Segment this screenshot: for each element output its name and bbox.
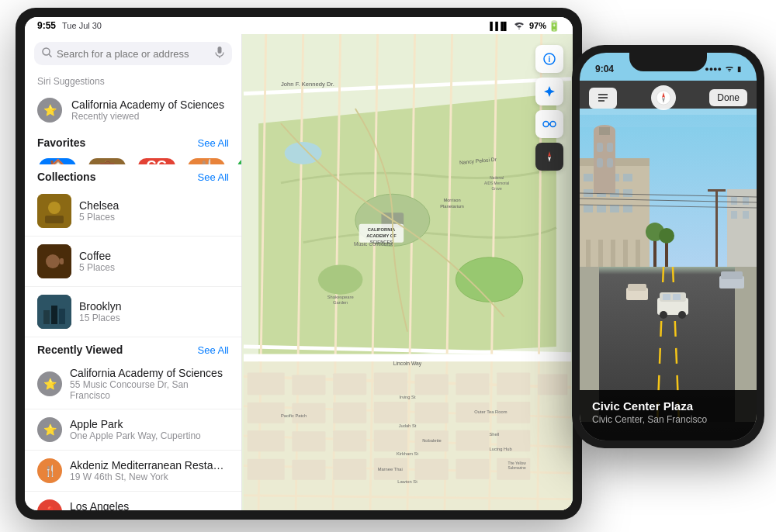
chelsea-count: 5 Places (79, 212, 119, 223)
svg-rect-119 (584, 205, 593, 212)
rv-apple-icon: ⭐ (37, 417, 62, 442)
iphone-time: 9:04 (595, 64, 614, 74)
svg-rect-163 (628, 284, 646, 291)
svg-rect-161 (721, 271, 743, 279)
svg-rect-80 (456, 459, 489, 479)
collections-header: Collections See All (25, 164, 241, 186)
collection-brooklyn[interactable]: Brooklyn 15 Places (25, 287, 241, 337)
coffee-info: Coffee 5 Places (79, 250, 115, 273)
iphone-compass[interactable] (651, 85, 676, 110)
rv-item-cas[interactable]: ⭐ California Academy of Sciences 55 Musi… (25, 359, 241, 409)
sidebar: Siri Suggestions ⭐ California Academy of… (25, 34, 242, 510)
svg-rect-71 (374, 430, 407, 451)
collection-coffee[interactable]: Coffee 5 Places (25, 237, 241, 287)
svg-text:Lawton St: Lawton St (397, 479, 417, 484)
ce-fav-icon: 📍 (237, 158, 241, 164)
ipad-time: 9:55 (37, 20, 56, 31)
svg-rect-73 (456, 430, 489, 451)
iphone-notch (629, 53, 707, 71)
svg-rect-75 (248, 459, 285, 480)
iphone-toolbar: Done (580, 81, 757, 115)
svg-text:Morrison: Morrison (443, 198, 460, 202)
favorites-row: 🏠 Home Close by 💼 Work 9 min CG CG (25, 152, 241, 164)
rv-la-name: Los Angeles (70, 500, 229, 510)
cg-fav-icon: CG (138, 158, 175, 164)
svg-text:Outer Tea Room: Outer Tea Room (474, 409, 507, 414)
iphone-screen: 9:04 ●●●● ▮ (580, 53, 757, 440)
svg-rect-9 (60, 258, 64, 264)
rv-cas-address: 55 Music Concourse Dr, San Francisco (70, 379, 229, 401)
iphone-device: 9:04 ●●●● ▮ (572, 45, 764, 448)
svg-line-1 (49, 54, 52, 57)
search-bar[interactable] (34, 42, 232, 65)
svg-rect-65 (415, 402, 449, 423)
search-input[interactable] (57, 48, 210, 60)
iphone-wifi-icon (725, 65, 734, 74)
siri-suggestion-text: California Academy of Sciences Recently … (71, 98, 224, 122)
chelsea-name: Chelsea (79, 199, 119, 212)
svg-rect-55 (333, 373, 366, 395)
map-svg: Music Concourse Morrison Planetarium CAL… (242, 34, 573, 510)
svg-point-153 (660, 311, 667, 319)
svg-point-44 (456, 257, 522, 302)
svg-text:Lincoln Way: Lincoln Way (393, 361, 422, 367)
svg-rect-137 (743, 197, 749, 205)
svg-rect-138 (731, 211, 737, 219)
svg-rect-58 (456, 373, 489, 395)
collection-chelsea[interactable]: Chelsea 5 Places (25, 186, 241, 237)
svg-rect-63 (333, 402, 366, 423)
svg-rect-59 (497, 373, 530, 396)
rv-apple-name: Apple Park (70, 418, 229, 430)
location-button[interactable] (535, 78, 563, 105)
svg-text:AIDS Memorial: AIDS Memorial (484, 181, 509, 185)
svg-text:Lucing Hub: Lucing Hub (490, 447, 512, 451)
svg-rect-61 (248, 402, 285, 423)
info-button[interactable]: i (535, 45, 563, 73)
svg-rect-142 (665, 240, 668, 267)
compass-button[interactable] (535, 143, 563, 171)
svg-rect-158 (715, 189, 718, 267)
svg-rect-11 (43, 310, 50, 324)
rv-item-la[interactable]: 📍 Los Angeles United States (25, 492, 241, 510)
back-to-maps-button[interactable] (589, 88, 617, 109)
svg-rect-64 (374, 402, 407, 423)
svg-text:Marnee Thai: Marnee Thai (378, 467, 403, 472)
svg-text:Kirkham St: Kirkham St (397, 451, 419, 456)
rv-item-apple[interactable]: ⭐ Apple Park One Apple Park Way, Cuperti… (25, 409, 241, 451)
svg-point-154 (678, 311, 686, 319)
rv-akdeniz-name: Akdeniz Mediterranean Restaur... (70, 459, 225, 472)
done-button[interactable]: Done (709, 89, 747, 106)
search-icon (42, 47, 52, 60)
map-area[interactable]: Music Concourse Morrison Planetarium CAL… (242, 34, 573, 510)
siri-suggestion-icon: ⭐ (37, 98, 62, 123)
brooklyn-thumb (37, 295, 71, 329)
favorites-title: Favorites (37, 136, 85, 149)
iphone-info-bar: Civic Center Plaza Civic Center, San Fra… (580, 390, 757, 440)
svg-rect-68 (248, 430, 285, 451)
wifi-icon (514, 21, 525, 31)
svg-point-97 (550, 122, 556, 127)
signal-icon: ▐▐▐▌ (487, 22, 509, 30)
rv-la-icon: 📍 (37, 499, 62, 510)
svg-rect-79 (415, 459, 449, 480)
ipad-status-bar: 9:55 Tue Jul 30 ▐▐▐▌ 97% 🔋 (25, 17, 573, 34)
collections-see-all[interactable]: See All (198, 171, 229, 183)
svg-rect-151 (663, 294, 670, 300)
rv-see-all[interactable]: See All (198, 344, 229, 356)
ipad-content: Siri Suggestions ⭐ California Academy of… (25, 34, 573, 510)
siri-suggestion-item[interactable]: ⭐ California Academy of Sciences Recentl… (25, 90, 241, 130)
svg-text:The Yellow: The Yellow (508, 461, 527, 465)
svg-rect-54 (292, 375, 325, 395)
iphone-signal-icon: ●●●● (705, 65, 722, 73)
siri-suggestions-label: Siri Suggestions (25, 70, 241, 90)
favorites-header: Favorites See All (25, 130, 241, 152)
iphone-status-right: ●●●● ▮ (705, 65, 741, 74)
svg-rect-152 (673, 294, 681, 300)
binoculars-button[interactable] (535, 110, 563, 138)
svg-rect-159 (708, 189, 726, 192)
rv-item-akdeniz[interactable]: 🍴 Akdeniz Mediterranean Restaur... 19 W … (25, 451, 241, 492)
work-fav-icon: 💼 (88, 158, 126, 164)
svg-rect-2 (218, 47, 222, 54)
svg-text:Shell: Shell (490, 432, 500, 437)
favorites-see-all[interactable]: See All (198, 137, 229, 149)
